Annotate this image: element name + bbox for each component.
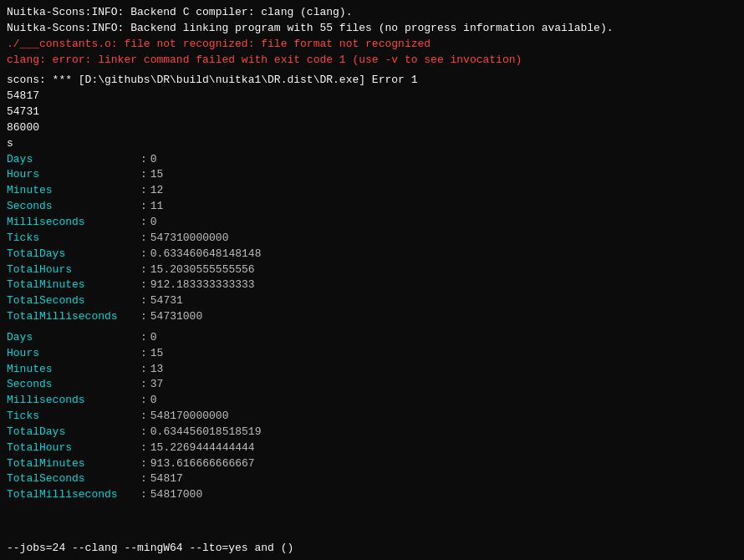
data-separator: : — [140, 277, 147, 293]
data-row: TotalDays: 0.633460648148148 — [7, 247, 737, 262]
data-value: 37 — [150, 377, 164, 393]
data-label: Days — [7, 330, 140, 346]
data-separator: : — [140, 440, 147, 456]
data-value: 11 — [150, 199, 164, 215]
data-row: TotalMilliseconds: 54817000 — [7, 487, 737, 503]
data-label: Milliseconds — [7, 393, 140, 409]
data-row: TotalHours: 15.2269444444444 — [7, 440, 737, 456]
data-separator: : — [140, 393, 147, 409]
data-row: Minutes: 12 — [7, 183, 737, 199]
data-value: 0.633460648148148 — [150, 247, 262, 262]
data-value: 15 — [150, 167, 164, 183]
data-block-1: Days: 0Hours: 15Minutes: 12Seconds: 11Mi… — [7, 152, 737, 325]
data-separator: : — [140, 362, 147, 378]
data-value: 0.634456018518519 — [150, 425, 262, 440]
data-label: TotalDays — [7, 425, 140, 440]
data-value: 54817 — [150, 471, 183, 487]
data-row: TotalDays: 0.634456018518519 — [7, 425, 737, 440]
data-value: 0 — [150, 393, 157, 409]
data-value: 0 — [150, 152, 157, 168]
data-label: TotalSeconds — [7, 471, 140, 487]
data-row: Seconds: 37 — [7, 377, 737, 393]
data-label: TotalHours — [7, 262, 140, 278]
data-label: Minutes — [7, 183, 140, 199]
data-block-2: Days: 0Hours: 15Minutes: 13Seconds: 37Mi… — [7, 330, 737, 503]
data-label: Seconds — [7, 377, 140, 393]
data-value: 12 — [150, 183, 164, 199]
data-separator: : — [140, 262, 147, 278]
data-separator: : — [140, 377, 147, 393]
line-2: Nuitka-Scons:INFO: Backend linking progr… — [7, 21, 737, 37]
line-7: 54731 — [7, 104, 737, 120]
data-value: 0 — [150, 215, 157, 231]
terminal-output: Nuitka-Scons:INFO: Backend C compiler: c… — [7, 5, 737, 503]
data-label: TotalMinutes — [7, 456, 140, 472]
line-8: 86000 — [7, 120, 737, 136]
data-value: 15 — [150, 346, 164, 362]
data-row: Seconds: 11 — [7, 199, 737, 215]
data-row: Minutes: 13 — [7, 362, 737, 378]
data-separator: : — [140, 487, 147, 503]
data-row: TotalMinutes: 912.183333333333 — [7, 277, 737, 293]
data-separator: : — [140, 309, 147, 325]
data-separator: : — [140, 330, 147, 346]
data-row: Milliseconds: 0 — [7, 215, 737, 231]
data-row: Hours: 15 — [7, 167, 737, 183]
data-separator: : — [140, 167, 147, 183]
data-label: Seconds — [7, 199, 140, 215]
data-label: TotalSeconds — [7, 293, 140, 309]
data-separator: : — [140, 346, 147, 362]
data-label: Milliseconds — [7, 215, 140, 231]
data-label: TotalHours — [7, 440, 140, 456]
data-row: Days: 0 — [7, 152, 737, 168]
data-separator: : — [140, 247, 147, 262]
data-value: 547310000000 — [150, 231, 229, 247]
bottom-command: --jobs=24 --clang --mingW64 --lto=yes an… — [7, 541, 737, 557]
data-row: Days: 0 — [7, 330, 737, 346]
line-9: s — [7, 136, 737, 152]
data-row: Ticks: 548170000000 — [7, 409, 737, 425]
data-value: 13 — [150, 362, 164, 378]
data-value: 912.183333333333 — [150, 277, 255, 293]
data-value: 15.2030555555556 — [150, 262, 255, 278]
data-label: TotalMilliseconds — [7, 309, 140, 325]
data-separator: : — [140, 293, 147, 309]
data-row: TotalSeconds: 54817 — [7, 471, 737, 487]
data-label: Ticks — [7, 409, 140, 425]
data-separator: : — [140, 183, 147, 199]
line-3: ./___constants.o: file not recognized: f… — [7, 37, 737, 53]
data-label: TotalMinutes — [7, 277, 140, 293]
data-separator: : — [140, 215, 147, 231]
data-label: Days — [7, 152, 140, 168]
data-separator: : — [140, 231, 147, 247]
data-label: TotalDays — [7, 247, 140, 262]
line-1: Nuitka-Scons:INFO: Backend C compiler: c… — [7, 5, 737, 21]
line-5: scons: *** [D:\githubs\DR\build\nuitka1\… — [7, 73, 737, 89]
data-label: TotalMilliseconds — [7, 487, 140, 503]
data-value: 548170000000 — [150, 409, 229, 425]
data-label: Hours — [7, 167, 140, 183]
data-row: TotalHours: 15.2030555555556 — [7, 262, 737, 278]
data-separator: : — [140, 199, 147, 215]
data-row: TotalMinutes: 913.616666666667 — [7, 456, 737, 472]
line-6: 54817 — [7, 89, 737, 104]
data-separator: : — [140, 152, 147, 168]
data-separator: : — [140, 471, 147, 487]
data-value: 54731000 — [150, 309, 202, 325]
data-row: Milliseconds: 0 — [7, 393, 737, 409]
line-4: clang: error: linker command failed with… — [7, 53, 737, 69]
data-separator: : — [140, 425, 147, 440]
data-separator: : — [140, 409, 147, 425]
data-row: Ticks: 547310000000 — [7, 231, 737, 247]
data-value: 15.2269444444444 — [150, 440, 255, 456]
data-value: 54731 — [150, 293, 183, 309]
data-value: 913.616666666667 — [150, 456, 255, 472]
data-row: Hours: 15 — [7, 346, 737, 362]
data-value: 0 — [150, 330, 157, 346]
data-row: TotalSeconds: 54731 — [7, 293, 737, 309]
data-label: Minutes — [7, 362, 140, 378]
data-label: Ticks — [7, 231, 140, 247]
data-label: Hours — [7, 346, 140, 362]
data-value: 54817000 — [150, 487, 202, 503]
data-row: TotalMilliseconds: 54731000 — [7, 309, 737, 325]
